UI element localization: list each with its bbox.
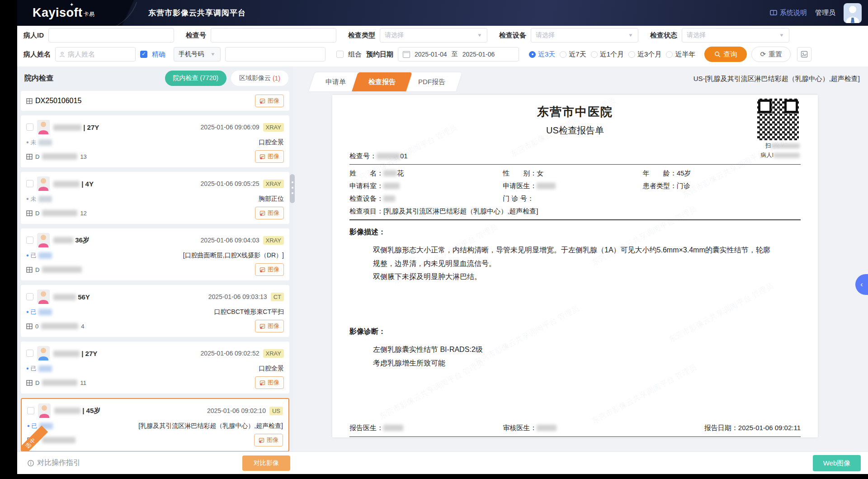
row-checkbox[interactable] (26, 123, 33, 131)
image-icon (259, 154, 265, 160)
reset-button[interactable]: ⟳重置 (751, 47, 791, 62)
study-time: 2025-01-06 09:06:09 (201, 123, 259, 131)
phone-select[interactable]: 手机号码▼ (174, 47, 221, 62)
compare-guide-link[interactable]: 对比操作指引 (27, 458, 80, 468)
compare-images-button[interactable]: 对比影像 (242, 455, 290, 471)
chevron-down-icon: ▼ (779, 33, 784, 38)
report-status: •已 (26, 251, 52, 260)
search-button[interactable]: 查询 (704, 47, 747, 62)
quick-range-3d[interactable]: 近3天 (529, 50, 555, 59)
web-image-button[interactable]: Web图像 (813, 455, 861, 471)
quick-range-1m[interactable]: 近1个月 (591, 50, 624, 59)
image-icon (259, 210, 265, 216)
modality-badge: XRAY (263, 349, 284, 358)
exact-checkbox[interactable] (140, 51, 147, 58)
study-card[interactable]: 36岁 2025-01-06 09:04:03 XRAY •已 [口腔曲面断层,… (21, 228, 289, 280)
quick-range-6m[interactable]: 近半年 (666, 50, 695, 59)
image-icon (259, 98, 265, 104)
quick-range-7d[interactable]: 近7天 (560, 50, 586, 59)
diagnosis-title: 影像诊断： (349, 327, 801, 337)
date-range-input[interactable]: 2025-01-04至2025-01-06 (398, 47, 519, 62)
study-card[interactable]: | 27Y 2025-01-06 09:06:09 XRAY •未 口腔全景 D… (21, 115, 289, 167)
filter-bar: 病人ID 检查号 检查类型 请选择▼ 检查设备 请选择▼ 检查状态 请选择▼ 病… (17, 26, 868, 66)
exam-name: 口腔全景 (259, 138, 284, 147)
study-card[interactable]: | 27Y 2025-01-06 09:02:52 XRAY •已 口腔全景 D… (21, 341, 289, 394)
description-text: 双侧乳腺形态大小正常，内结构清晰，导管未见明显增宽。于左侧乳腺（1A）可见大小约… (373, 243, 771, 284)
exam-name: 口腔CBCT锥形束CT平扫 (214, 308, 284, 316)
patient-info-grid: 姓 名：花 性 别：女 年 龄：45岁 申请科室： 申请医生： 患者类型：门诊 … (349, 169, 801, 203)
patient-avatar (37, 176, 50, 191)
row-checkbox[interactable] (26, 237, 33, 244)
image-button[interactable]: 图像 (255, 95, 284, 107)
patient-name-input[interactable]: 病人姓名 (55, 47, 136, 62)
study-card-partial[interactable]: DX250106015 图像 (21, 91, 289, 111)
image-button[interactable]: 图像 (255, 376, 284, 389)
header: ✦Kayisoft卡易 东营市影像云共享调阅平台 系统说明 管理员 (17, 0, 868, 26)
exam-device-label: 检查设备 (499, 31, 526, 40)
exam-device-select[interactable]: 请选择▼ (531, 28, 638, 43)
study-card[interactable]: 56Y 2025-01-06 09:03:13 CT •已 口腔CBCT锥形束C… (21, 285, 289, 337)
person-icon (59, 52, 65, 57)
patient-avatar (37, 289, 50, 304)
study-time: 2025-01-06 09:02:52 (201, 350, 259, 357)
study-card-selected[interactable]: | 45岁 2025-01-06 09:02:10 US •已 [乳腺及其引流区… (21, 398, 289, 452)
image-icon (259, 380, 265, 386)
combine-checkbox[interactable] (336, 51, 344, 58)
exam-name: [口腔曲面断层,口腔X线摄影（DR）] (183, 251, 284, 260)
layout-switch-icon[interactable] (797, 47, 811, 62)
accession: D (26, 266, 85, 273)
content-area: 院内检查 院内检查 (7720) 区域影像云(1) DX250106015 图像 (17, 66, 868, 452)
exam-type-label: 检查类型 (348, 31, 375, 40)
exam-name: 口腔全景 (259, 365, 284, 373)
study-card[interactable]: | 4Y 2025-01-06 09:05:25 XRAY •未 胸部正位 D1… (21, 172, 289, 224)
tab-pdf-report[interactable]: PDF报告 (405, 72, 459, 91)
panel-resize-handle[interactable] (290, 174, 295, 203)
report-status: •未 (26, 195, 52, 203)
description-title: 影像描述： (349, 228, 801, 237)
modality-badge: XRAY (263, 123, 284, 132)
image-button[interactable]: 图像 (255, 263, 284, 276)
exam-no-input[interactable] (211, 28, 336, 43)
modality-badge: XRAY (263, 180, 284, 188)
patient-name-label: 病人姓名 (24, 50, 51, 59)
row-checkbox[interactable] (26, 293, 33, 300)
tab-local-exams[interactable]: 院内检查 (7720) (165, 71, 226, 86)
row-checkbox[interactable] (26, 180, 33, 187)
accession: DX250106015 (26, 97, 81, 105)
study-list: DX250106015 图像 | 27Y 2025-01-06 09:06:09 (17, 90, 293, 452)
chevron-down-icon: ▼ (210, 52, 216, 57)
patient-name: 56Y (53, 293, 90, 301)
exam-type-select[interactable]: 请选择▼ (380, 28, 487, 43)
tab-exam-report[interactable]: 检查报告 (355, 72, 409, 91)
image-button[interactable]: 图像 (255, 207, 284, 219)
exam-status-label: 检查状态 (650, 31, 677, 40)
search-icon (714, 51, 721, 57)
user-avatar[interactable] (844, 3, 862, 23)
phone-input[interactable] (225, 47, 326, 62)
exam-status-select[interactable]: 请选择▼ (682, 28, 789, 43)
accession: D11 (26, 379, 86, 386)
row-checkbox[interactable] (26, 350, 33, 357)
appoint-date-label: 预约日期 (366, 50, 393, 59)
image-button[interactable]: 图像 (255, 320, 284, 332)
patient-name: | 27Y (53, 123, 99, 131)
radio-icon (666, 51, 673, 58)
row-checkbox[interactable] (27, 407, 34, 414)
patient-name: | 45岁 (54, 407, 100, 415)
logo-star-icon: ✦ (70, 2, 74, 8)
current-exam-label: US-[乳腺及其引流区淋巴结彩超（乳腺中心）,超声检查] (693, 75, 868, 83)
report-type: US检查报告单 (349, 124, 801, 137)
sidebar-title: 院内检查 (24, 74, 53, 83)
image-icon (259, 323, 265, 329)
tab-region-cloud[interactable]: 区域影像云(1) (231, 71, 288, 86)
image-button[interactable]: 图像 (255, 150, 284, 163)
study-grid-icon (26, 323, 33, 329)
patient-name: 36岁 (53, 236, 90, 245)
system-help-link[interactable]: 系统说明 (770, 9, 807, 17)
username[interactable]: 管理员 (815, 9, 835, 17)
patient-id-input[interactable] (48, 28, 174, 43)
patient-avatar (37, 346, 50, 360)
exam-name: [乳腺及其引流区淋巴结彩超（乳腺中心）,超声检查] (138, 422, 283, 430)
image-button[interactable]: 图像 (254, 434, 283, 446)
quick-range-3m[interactable]: 近3个月 (628, 50, 661, 59)
